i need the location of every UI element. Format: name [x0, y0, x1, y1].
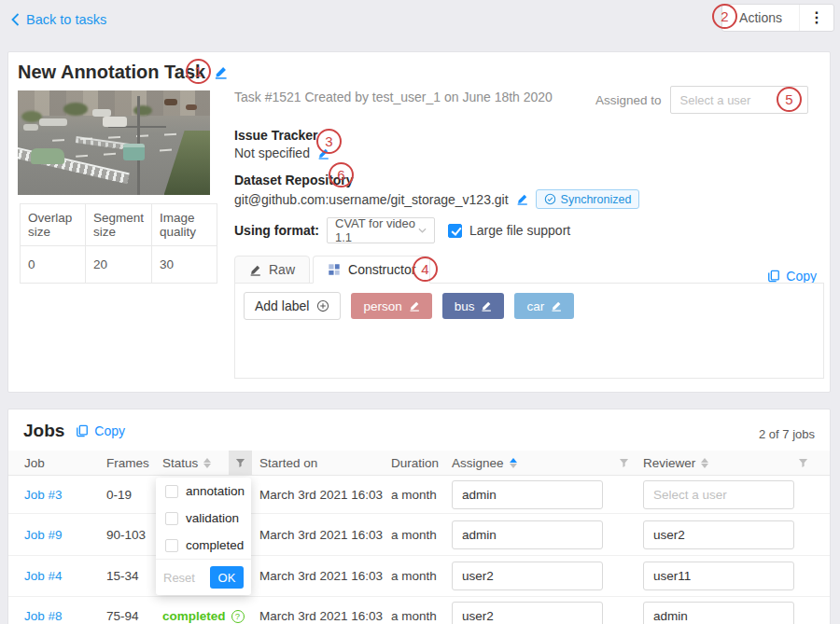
- filter-option-annotation[interactable]: annotation: [156, 478, 251, 505]
- assignee-select[interactable]: [452, 480, 603, 509]
- job-link[interactable]: Job #4: [24, 569, 106, 583]
- ellipsis-vertical-icon[interactable]: ⋮: [799, 5, 833, 31]
- labels-copy-button[interactable]: Copy: [767, 269, 817, 284]
- table-row: Job #9 90-103 March 3rd 2021 16:03 a mon…: [8, 514, 830, 556]
- format-select-value: CVAT for video 1.1: [335, 216, 418, 244]
- param-value-overlap: 0: [21, 246, 86, 284]
- chevron-left-icon: [11, 13, 20, 26]
- add-label-button[interactable]: Add label: [244, 292, 341, 320]
- frames-cell: 15-34: [106, 569, 162, 583]
- tab-constructor-label: Constructor: [348, 262, 415, 277]
- filter-ok-button[interactable]: OK: [210, 566, 244, 589]
- annotation-circle-2: 2: [712, 4, 737, 29]
- filter-option-validation[interactable]: validation: [156, 505, 251, 532]
- completed-checkbox[interactable]: [165, 539, 178, 552]
- edit-label-icon[interactable]: [481, 300, 492, 312]
- back-to-tasks-label: Back to tasks: [26, 12, 106, 27]
- check-circle-icon: [544, 193, 556, 205]
- duration-cell: a month: [391, 488, 452, 502]
- preview-buildings: [18, 90, 210, 116]
- job-link[interactable]: Job #9: [24, 528, 106, 542]
- table-row: Job #8 75-94 completed ? March 3rd 2021 …: [8, 597, 830, 624]
- label-chip-car[interactable]: car: [514, 293, 574, 319]
- started-cell: March 3rd 2021 16:03: [259, 528, 391, 542]
- tab-raw[interactable]: Raw: [234, 256, 310, 284]
- task-details-card: New Annotation Task Overlap size Segment…: [7, 51, 831, 393]
- actions-button[interactable]: Actions ⋮: [721, 4, 834, 32]
- task-title: New Annotation Task: [18, 62, 205, 83]
- frames-cell: 90-103: [106, 528, 162, 542]
- label-chip-person[interactable]: person: [351, 293, 431, 319]
- reviewer-select[interactable]: [643, 562, 794, 590]
- reviewer-select[interactable]: [643, 480, 794, 509]
- reviewer-select[interactable]: [643, 520, 794, 549]
- reviewer-select[interactable]: [643, 602, 794, 624]
- preview-lane-marking: [52, 132, 187, 142]
- table-row: Job #4 15-34 March 3rd 2021 16:03 a mont…: [8, 556, 830, 597]
- labels-copy-label: Copy: [786, 269, 817, 284]
- large-file-support-checkbox[interactable]: [448, 224, 462, 238]
- column-reviewer[interactable]: Reviewer: [643, 451, 830, 476]
- assignee-select[interactable]: [452, 602, 603, 624]
- sort-icon[interactable]: [203, 458, 211, 468]
- back-to-tasks-link[interactable]: Back to tasks: [11, 12, 106, 27]
- job-link[interactable]: Job #3: [24, 488, 106, 502]
- duration-cell: a month: [391, 609, 452, 623]
- annotation-circle-6: 6: [329, 162, 354, 187]
- reviewer-filter-icon[interactable]: [791, 451, 815, 476]
- column-assignee[interactable]: Assignee: [452, 451, 643, 476]
- preview-van-teal: [123, 144, 145, 160]
- issue-tracker-value: Not specified: [234, 146, 310, 160]
- column-frames: Frames: [106, 451, 162, 476]
- label-chip-car-name: car: [526, 299, 544, 313]
- column-status-label: Status: [162, 456, 198, 470]
- column-duration: Duration: [391, 451, 452, 476]
- filter-option-completed[interactable]: completed: [156, 532, 251, 559]
- edit-repository-icon[interactable]: [516, 193, 528, 205]
- job-link[interactable]: Job #8: [24, 609, 106, 623]
- sync-status-badge: Synchronized: [536, 189, 640, 209]
- assigned-to-label: Assigned to: [595, 93, 662, 107]
- preview-car-white: [39, 118, 67, 126]
- edit-label-icon[interactable]: [409, 300, 420, 312]
- filter-option-completed-label: completed: [186, 538, 244, 552]
- duration-cell: a month: [391, 528, 452, 542]
- format-select[interactable]: CVAT for video 1.1: [327, 217, 435, 243]
- status-completed-label: completed: [162, 609, 226, 623]
- question-circle-icon[interactable]: ?: [231, 610, 245, 623]
- edit-label-icon[interactable]: [551, 300, 562, 312]
- status-cell: completed ?: [162, 609, 259, 623]
- annotation-circle-3: 3: [316, 129, 342, 154]
- tab-raw-label: Raw: [269, 262, 295, 277]
- sync-badge-label: Synchronized: [561, 193, 632, 206]
- label-chip-person-name: person: [363, 299, 401, 313]
- param-value-quality: 30: [152, 246, 217, 284]
- jobs-copy-button[interactable]: Copy: [76, 423, 125, 438]
- sort-icon-active[interactable]: [510, 458, 517, 468]
- status-filter-icon[interactable]: [229, 451, 252, 476]
- preview-car-dark: [164, 99, 177, 105]
- preview-car-green: [31, 148, 64, 164]
- filter-reset-button[interactable]: Reset: [163, 571, 195, 585]
- preview-van-white: [103, 117, 127, 127]
- plus-circle-icon: [316, 299, 329, 312]
- frames-cell: 0-19: [106, 488, 162, 502]
- sort-icon[interactable]: [701, 458, 708, 468]
- column-status[interactable]: Status: [162, 451, 259, 476]
- label-chip-bus[interactable]: bus: [442, 293, 505, 319]
- assignee-select[interactable]: [452, 562, 603, 590]
- validation-checkbox[interactable]: [165, 512, 178, 525]
- annotation-checkbox[interactable]: [165, 485, 178, 498]
- preview-car-dark: [186, 104, 197, 110]
- jobs-count: 2 of 7 jobs: [759, 427, 815, 441]
- duration-cell: a month: [391, 569, 452, 583]
- frames-cell: 75-94: [106, 609, 162, 623]
- copy-icon: [767, 270, 780, 283]
- pencil-icon: [249, 264, 261, 276]
- edit-title-icon[interactable]: [214, 65, 228, 79]
- assignee-filter-icon[interactable]: [612, 451, 636, 476]
- using-format-label: Using format:: [234, 223, 319, 238]
- dataset-repository-url: git@github.com:username/git_storage_v123…: [234, 192, 509, 207]
- assignee-select[interactable]: [452, 520, 603, 549]
- column-assignee-label: Assignee: [452, 456, 504, 470]
